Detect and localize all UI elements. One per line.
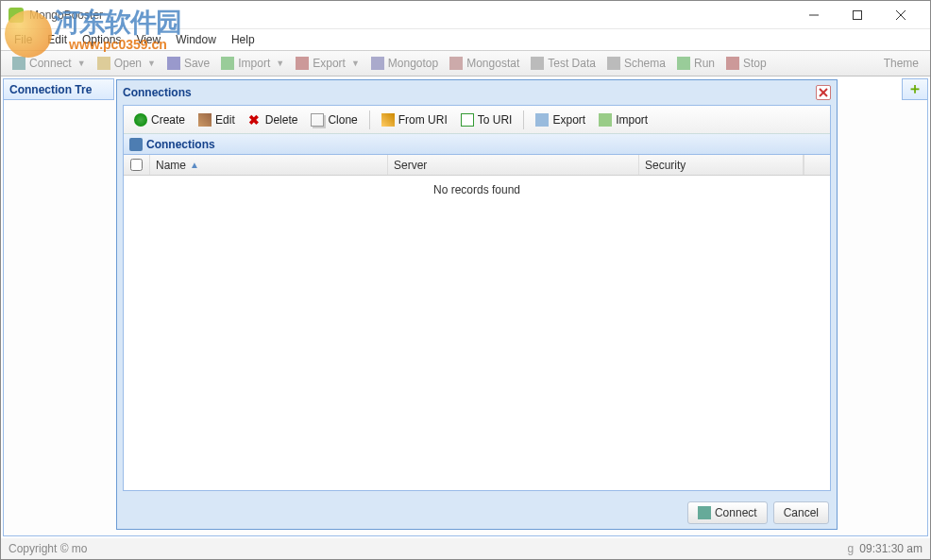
maximize-button[interactable] — [836, 1, 879, 29]
copyright-text: Copyright © mo — [8, 542, 88, 555]
connection-tree-title: Connection Tre — [9, 83, 92, 96]
main-toolbar: Connect▼ Open▼ Save Import▼ Export▼ Mong… — [1, 50, 930, 76]
run-tool-button[interactable]: Run — [671, 55, 720, 72]
testdata-tool-button[interactable]: Test Data — [525, 55, 601, 72]
import-label: Import — [616, 113, 648, 127]
connect-label: Connect — [29, 57, 72, 70]
clock-text: 09:31:30 am — [859, 542, 923, 555]
statusbar: Copyright © mo g 09:31:30 am — [1, 538, 930, 559]
stop-icon — [726, 57, 739, 70]
minimize-button[interactable] — [792, 1, 836, 29]
export-tool-button[interactable]: Export▼ — [290, 55, 365, 72]
close-button[interactable] — [879, 1, 923, 29]
save-tool-button[interactable]: Save — [161, 55, 215, 72]
toolbar-separator — [523, 110, 524, 129]
sort-asc-icon: ▲ — [190, 160, 199, 170]
select-all-column[interactable] — [124, 155, 150, 175]
connect-icon — [12, 57, 25, 70]
panel-title: Connections — [146, 138, 215, 151]
dialog-footer: Connect Cancel — [117, 497, 837, 529]
schema-icon — [607, 57, 620, 70]
mongotop-tool-button[interactable]: Mongotop — [365, 55, 444, 72]
import-tool-button[interactable]: Import▼ — [215, 55, 290, 72]
connect-button[interactable]: Connect — [687, 501, 768, 524]
connect-button-label: Connect — [715, 506, 757, 519]
chevron-down-icon: ▼ — [276, 59, 284, 68]
db-icon — [129, 138, 143, 151]
dialog-close-button[interactable] — [816, 85, 831, 100]
mongotop-label: Mongotop — [388, 57, 438, 70]
table-header: Name▲ Server Security — [124, 155, 830, 176]
theme-label: Theme — [884, 57, 919, 70]
mongotop-icon — [371, 57, 384, 70]
folder-icon — [97, 57, 110, 70]
theme-tool-button[interactable]: Theme — [878, 55, 924, 72]
dialog-titlebar: Connections — [117, 80, 837, 105]
schema-tool-button[interactable]: Schema — [601, 55, 671, 72]
add-tab-button[interactable]: ＋ — [902, 78, 928, 100]
export-button[interactable]: Export — [529, 110, 592, 129]
svg-rect-1 — [854, 10, 862, 19]
plus-icon: ＋ — [907, 79, 923, 99]
status-trail: g — [848, 542, 855, 555]
toolbar-separator — [369, 110, 370, 129]
import-icon — [599, 113, 612, 127]
delete-button[interactable]: ✖Delete — [242, 110, 305, 129]
edit-button[interactable]: Edit — [192, 110, 242, 129]
security-column-header[interactable]: Security — [639, 155, 804, 175]
window-buttons — [792, 1, 923, 29]
dialog-toolbar: Create Edit ✖Delete Clone From URI To UR… — [124, 106, 830, 134]
server-column-header[interactable]: Server — [388, 155, 639, 175]
mongostat-icon — [449, 57, 463, 70]
testdata-icon — [531, 57, 544, 70]
create-button[interactable]: Create — [127, 110, 192, 129]
import-button[interactable]: Import — [592, 110, 654, 129]
empty-text: No records found — [433, 183, 520, 490]
import-icon — [221, 57, 234, 70]
edit-icon — [198, 113, 212, 127]
connections-panel-header: Connections — [124, 134, 830, 155]
menubar: File Edit Options View Window Help — [1, 29, 930, 50]
app-title: MongoBooster — [29, 8, 792, 22]
menu-file[interactable]: File — [7, 31, 40, 48]
security-header-label: Security — [645, 159, 686, 172]
open-tool-button[interactable]: Open▼ — [92, 55, 161, 72]
export-label: Export — [313, 57, 346, 70]
server-header-label: Server — [394, 159, 427, 172]
connections-dialog: Connections Create Edit ✖Delete Clone Fr… — [116, 79, 838, 530]
select-all-checkbox[interactable] — [130, 159, 143, 171]
testdata-label: Test Data — [548, 57, 596, 70]
menu-help[interactable]: Help — [224, 31, 262, 48]
chevron-down-icon: ▼ — [147, 59, 156, 68]
connect-icon — [698, 506, 711, 519]
menu-options[interactable]: Options — [75, 31, 128, 48]
from-uri-label: From URI — [398, 113, 448, 127]
menu-edit[interactable]: Edit — [40, 31, 75, 48]
mongostat-tool-button[interactable]: Mongostat — [444, 55, 525, 72]
table-content: No records found — [124, 176, 830, 490]
delete-icon: ✖ — [248, 113, 262, 127]
dialog-title: Connections — [123, 86, 192, 99]
menu-view[interactable]: View — [128, 31, 168, 48]
chevron-down-icon: ▼ — [351, 59, 360, 68]
dialog-body: Create Edit ✖Delete Clone From URI To UR… — [123, 105, 831, 491]
app-icon — [8, 8, 24, 23]
mongostat-label: Mongostat — [466, 57, 519, 70]
stop-tool-button[interactable]: Stop — [720, 55, 772, 72]
clone-icon — [311, 113, 324, 127]
menu-window[interactable]: Window — [168, 31, 224, 48]
name-column-header[interactable]: Name▲ — [150, 155, 388, 175]
open-label: Open — [114, 57, 142, 70]
from-uri-button[interactable]: From URI — [375, 110, 454, 129]
export-icon — [535, 113, 549, 127]
to-uri-button[interactable]: To URI — [454, 110, 519, 129]
cancel-button-label: Cancel — [784, 506, 819, 519]
connect-tool-button[interactable]: Connect▼ — [7, 55, 92, 72]
run-label: Run — [694, 57, 715, 70]
cancel-button[interactable]: Cancel — [773, 501, 829, 524]
delete-label: Delete — [265, 113, 298, 127]
export-icon — [296, 57, 309, 70]
add-icon — [134, 113, 147, 127]
clone-button[interactable]: Clone — [304, 110, 364, 129]
schema-label: Schema — [624, 57, 666, 70]
